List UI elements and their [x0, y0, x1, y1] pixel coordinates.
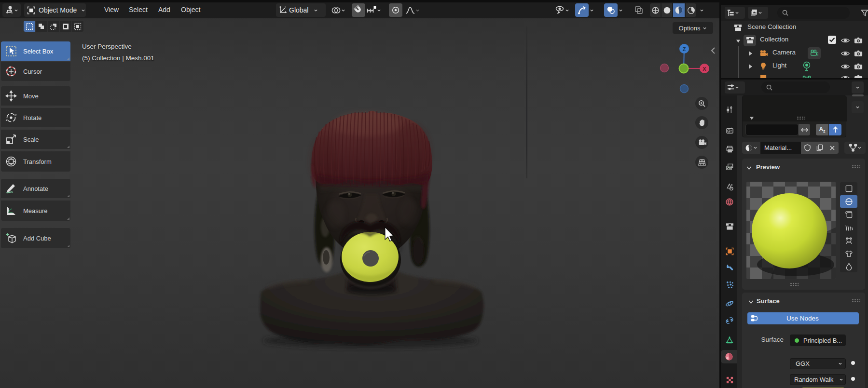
svg-text:X: X — [703, 66, 706, 72]
svg-text:Z: Z — [683, 46, 686, 52]
